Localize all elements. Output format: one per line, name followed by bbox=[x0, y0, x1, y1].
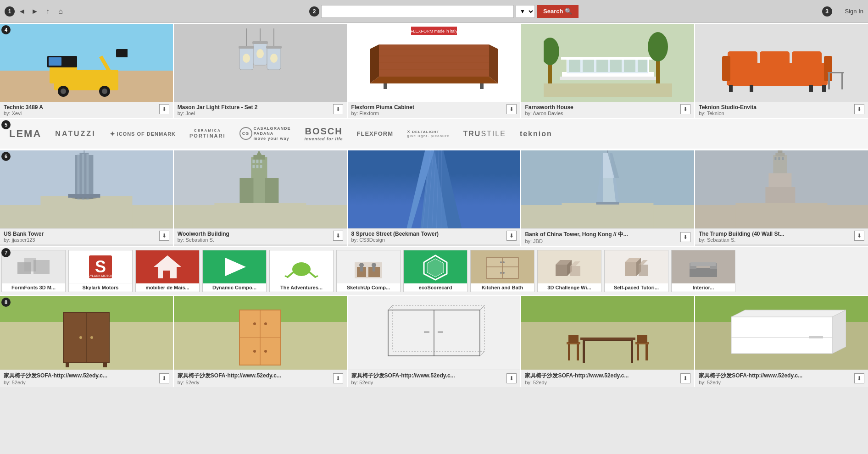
furn-info-3: 家具椅子沙发SOFA-http://www.52edy.c... by: 52e… bbox=[348, 370, 521, 387]
building-author-trump: by: Sebastian S. bbox=[699, 237, 864, 243]
collection-title-mobilier: mobilier de Mais... bbox=[144, 283, 191, 292]
model-title-farnsworth: Farnsworth House bbox=[525, 104, 690, 111]
svg-rect-34 bbox=[544, 83, 672, 97]
collection-card-interior[interactable]: Interior... bbox=[671, 250, 735, 292]
svg-line-127 bbox=[285, 276, 288, 277]
brand-bosch[interactable]: BOSCH Invented for life bbox=[305, 126, 343, 141]
building-card-usbank[interactable]: US Bank Tower by: jjasper123 ⬇ bbox=[0, 150, 174, 246]
flexform-logo-svg: FLEXFORM made in italy bbox=[411, 27, 457, 35]
lego-truck-svg bbox=[45, 42, 128, 97]
home-icon[interactable]: ⌂ bbox=[55, 6, 66, 17]
building-card-woolworth[interactable]: Woolworth Building by: Sebastian S. ⬇ bbox=[174, 150, 348, 246]
download-icon-furn5[interactable]: ⬇ bbox=[854, 373, 864, 383]
furniture-card-4[interactable]: 家具椅子沙发SOFA-http://www.52edy.c... by: 52e… bbox=[521, 296, 695, 387]
skylark-thumb: S SKYLARK MOTORS bbox=[82, 253, 119, 281]
brand-portinari[interactable]: CERAMICA PORTINARI bbox=[189, 128, 226, 139]
download-icon-farnsworth[interactable]: ⬇ bbox=[680, 104, 690, 114]
building-card-trump[interactable]: The Trump Building (40 Wall St... by: Se… bbox=[695, 150, 868, 246]
svg-rect-103 bbox=[776, 153, 785, 156]
forward-icon[interactable]: ► bbox=[29, 6, 40, 17]
section-8-badge: 8 bbox=[1, 298, 11, 307]
search-input[interactable] bbox=[321, 5, 514, 18]
download-icon-technic[interactable]: ⬇ bbox=[159, 104, 169, 114]
svg-point-169 bbox=[253, 322, 256, 325]
brand-casalgrande[interactable]: CG CASALGRANDEPADANAmove your way bbox=[239, 126, 291, 141]
china-svg bbox=[521, 150, 694, 228]
download-icon-furn4[interactable]: ⬇ bbox=[680, 373, 690, 383]
collection-card-skylark[interactable]: S SKYLARK MOTORS Skylark Motors bbox=[68, 250, 133, 292]
model-author-flexform: by: Flexform bbox=[351, 111, 517, 116]
furn-author-1: by: 52edy bbox=[4, 380, 169, 385]
collection-card-formfonts[interactable]: FormFonts 3D M... bbox=[1, 250, 66, 292]
svg-marker-149 bbox=[570, 261, 580, 266]
download-icon-furn3[interactable]: ⬇ bbox=[506, 373, 517, 383]
model-card-technic[interactable]: Technic 3489 A by: Xevi ⬇ bbox=[0, 24, 174, 118]
brand-natuzzi[interactable]: NATUZZI bbox=[55, 130, 95, 138]
brand-deltalight[interactable]: ✕ DELTALIGHT give light. pleasure bbox=[407, 130, 449, 138]
furniture-card-3[interactable]: 家具椅子沙发SOFA-http://www.52edy.c... by: 52e… bbox=[348, 296, 522, 387]
brand-flexform[interactable]: FLEXFORM bbox=[357, 130, 394, 137]
download-icon-furn2[interactable]: ⬇ bbox=[333, 373, 343, 383]
collections-row: 7 FormFonts 3D M... S SKYLARK MOTORS Sky… bbox=[0, 246, 868, 295]
brand-icons[interactable]: ✦ ICONS OF DENMARK bbox=[110, 130, 176, 138]
deltalight-x: ✕ DELTALIGHT bbox=[407, 130, 449, 134]
building-author-beekman: by: CS3Design bbox=[351, 237, 517, 243]
download-icon-mason[interactable]: ⬇ bbox=[333, 104, 343, 114]
section-5-badge: 5 bbox=[1, 120, 11, 129]
collection-card-3dchallenge[interactable]: 3D Challenge Wi... bbox=[537, 250, 601, 292]
svg-rect-60 bbox=[828, 72, 844, 73]
download-icon-china[interactable]: ⬇ bbox=[680, 232, 690, 242]
up-icon[interactable]: ↑ bbox=[42, 6, 53, 17]
collection-title-dynamic: Dynamic Compo... bbox=[211, 283, 258, 292]
model-info-teknion: Teknion Studio-Envita by: Teknion ⬇ bbox=[695, 102, 868, 118]
download-icon-teknion[interactable]: ⬇ bbox=[854, 104, 864, 114]
model-card-flexform[interactable]: FLEXFORM made in italy Flexform Pium bbox=[348, 24, 522, 118]
download-icon-usbank[interactable]: ⬇ bbox=[159, 231, 169, 241]
brand-lema[interactable]: LEMA bbox=[9, 128, 41, 140]
brand-teknion[interactable]: teknion bbox=[520, 130, 552, 138]
furniture-card-5[interactable]: 家具椅子沙发SOFA-http://www.52edy.c... by: 52e… bbox=[695, 296, 868, 387]
search-dropdown[interactable]: ▼ bbox=[516, 5, 535, 18]
svg-rect-158 bbox=[690, 262, 716, 266]
collection-card-sketchup[interactable]: SketchUp Comp... bbox=[336, 250, 401, 292]
building-card-beekman[interactable]: 8 Spruce Street (Beekman Tower) by: CS3D… bbox=[348, 150, 522, 246]
building-card-china[interactable]: Bank of China Tower, Hong Kong // 中... b… bbox=[521, 150, 695, 246]
svg-rect-66 bbox=[77, 154, 79, 200]
model-card-teknion[interactable]: Teknion Studio-Envita by: Teknion ⬇ bbox=[695, 24, 868, 118]
collection-card-eco[interactable]: ecoScorecard bbox=[403, 250, 467, 292]
collection-card-kitchen[interactable]: Kitchen and Bath bbox=[470, 250, 534, 292]
model-card-mason[interactable]: Mason Jar Light Fixture - Set 2 by: Joel… bbox=[174, 24, 348, 118]
furniture-card-2[interactable]: 家具椅子沙发SOFA-http://www.52edy.c... by: 52e… bbox=[174, 296, 348, 387]
collection-card-adventures[interactable]: The Adventures... bbox=[269, 250, 334, 292]
bosch-tagline: Invented for life bbox=[305, 137, 343, 141]
svg-marker-25 bbox=[379, 44, 489, 77]
brand-trustile[interactable]: TRUSTILE bbox=[463, 130, 506, 138]
download-icon-woolworth[interactable]: ⬇ bbox=[333, 231, 343, 241]
model-author-technic: by: Xevi bbox=[4, 111, 169, 116]
search-button[interactable]: Search 🔍 bbox=[537, 5, 579, 18]
svg-rect-77 bbox=[265, 178, 278, 203]
building-author-usbank: by: jjasper123 bbox=[4, 237, 169, 243]
section-6-badge: 6 bbox=[1, 152, 11, 161]
svg-point-162 bbox=[90, 336, 93, 339]
back-icon[interactable]: ◄ bbox=[17, 6, 28, 17]
svg-rect-165 bbox=[103, 362, 107, 367]
sign-in-link[interactable]: Sign In bbox=[845, 8, 863, 15]
nav-icons-group: 1 ◄ ► ↑ ⌂ bbox=[5, 6, 66, 17]
svg-rect-78 bbox=[252, 160, 255, 163]
download-icon-beekman[interactable]: ⬇ bbox=[506, 231, 517, 241]
model-card-farnsworth[interactable]: Farnsworth House by: Aaron Davies ⬇ bbox=[521, 24, 695, 118]
download-icon-flexform[interactable]: ⬇ bbox=[506, 104, 517, 114]
collection-card-selfpaced[interactable]: Self-paced Tutori... bbox=[604, 250, 668, 292]
svg-rect-104 bbox=[778, 150, 783, 153]
svg-rect-196 bbox=[809, 336, 823, 338]
collection-card-dynamic[interactable]: Dynamic Compo... bbox=[202, 250, 267, 292]
collection-card-mobilier[interactable]: mobilier de Mais... bbox=[135, 250, 200, 292]
download-icon-trump[interactable]: ⬇ bbox=[854, 231, 864, 241]
sofa-svg bbox=[718, 31, 846, 95]
furniture-card-1[interactable]: 家具椅子沙发SOFA-http://www.52edy.c... by: 52e… bbox=[0, 296, 174, 387]
sketchup-thumb bbox=[350, 253, 387, 281]
download-icon-furn1[interactable]: ⬇ bbox=[159, 373, 169, 383]
furn-title-3: 家具椅子沙发SOFA-http://www.52edy.c... bbox=[351, 372, 517, 380]
building-info-trump: The Trump Building (40 Wall St... by: Se… bbox=[695, 228, 868, 244]
